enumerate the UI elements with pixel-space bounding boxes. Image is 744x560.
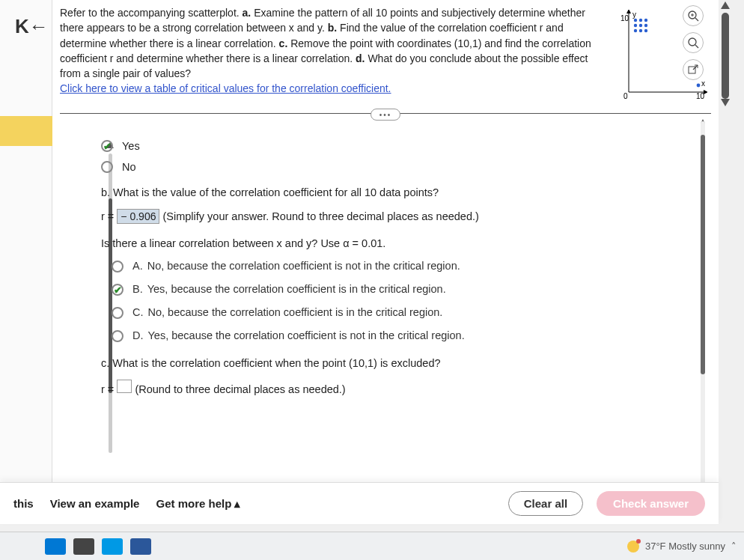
y-max-label: 10: [620, 14, 629, 22]
question-prompt: Refer to the accompanying scatterplot. a…: [19, 4, 614, 100]
view-example-link[interactable]: View an example: [50, 497, 140, 511]
popout-icon[interactable]: [683, 59, 704, 80]
radio-yes[interactable]: [101, 140, 113, 152]
linear-correlation-question: Is there a linear correlation between x …: [101, 237, 674, 249]
outer-scrollbar[interactable]: [721, 1, 730, 518]
check-answer-button[interactable]: Check answer: [597, 491, 705, 516]
svg-point-7: [634, 24, 637, 27]
app-icon-2[interactable]: [73, 538, 94, 555]
svg-point-11: [639, 29, 642, 32]
prompt-prefix: Refer to the accompanying scatterplot.: [60, 7, 243, 19]
opt-a-text: No, because the correlation coefficient …: [147, 260, 460, 272]
x-max-label: 10: [696, 92, 705, 100]
get-more-help-link[interactable]: Get more help ▴: [156, 497, 240, 511]
svg-line-19: [695, 45, 698, 48]
chevron-up-icon[interactable]: ˄: [731, 541, 737, 552]
part-c-label: c.: [279, 37, 288, 49]
part-d-label: d.: [356, 52, 365, 64]
opt-c-text: No, because the correlation coefficient …: [148, 306, 443, 318]
outer-scroll-up-icon[interactable]: [721, 1, 730, 9]
app-icon-1[interactable]: [45, 538, 66, 555]
svg-point-18: [689, 38, 696, 46]
opt-c-label: C.: [132, 306, 144, 318]
radio-opt-a[interactable]: [112, 261, 124, 273]
radio-opt-c[interactable]: [112, 307, 124, 319]
taskbar: 37°F Mostly sunny ˄: [0, 532, 744, 560]
chart-tools: [683, 5, 704, 80]
app-icon-4[interactable]: [130, 538, 151, 555]
r-value-input-c[interactable]: [117, 380, 132, 393]
question-header: Refer to the accompanying scatterplot. a…: [60, 4, 711, 114]
svg-point-4: [634, 19, 637, 22]
highlight-marker: [0, 116, 52, 146]
part-b-question: b. What is the value of the correlation …: [101, 186, 674, 198]
critical-values-link[interactable]: Click here to view a table of critical v…: [60, 82, 391, 94]
svg-point-12: [644, 29, 647, 32]
svg-marker-3: [626, 10, 631, 13]
svg-rect-20: [689, 67, 695, 73]
main-panel: Refer to the accompanying scatterplot. a…: [52, 0, 719, 524]
taskbar-apps: [0, 538, 151, 555]
footer-links: this View an example Get more help ▴: [13, 497, 241, 511]
footer-bar: this View an example Get more help ▴ Cle…: [0, 482, 719, 524]
mc-options: A. No, because the correlation coefficie…: [112, 260, 674, 342]
scrollbar-thumb[interactable]: [701, 135, 705, 374]
r-hint-c: (Round to three decimal places as needed…: [135, 383, 345, 395]
svg-point-5: [639, 19, 642, 22]
opt-d-text: Yes, because the correlation coefficient…: [148, 329, 465, 341]
zoom-icon[interactable]: [683, 32, 704, 53]
question-body: Yes No b. What is the value of the corre…: [60, 114, 711, 524]
svg-point-6: [644, 19, 647, 22]
svg-point-10: [634, 29, 637, 32]
r-input-row-c: r = (Round to three decimal places as ne…: [101, 380, 674, 395]
x-axis-label: x: [701, 79, 705, 88]
svg-point-13: [697, 84, 701, 88]
option-yes: Yes: [122, 140, 140, 152]
weather-text[interactable]: 37°F Mostly sunny: [645, 541, 725, 552]
outer-scroll-down-icon[interactable]: [721, 99, 730, 106]
radio-no[interactable]: [101, 161, 113, 173]
option-no: No: [122, 161, 136, 173]
taskbar-right: 37°F Mostly sunny ˄: [627, 541, 744, 553]
opt-b-text: Yes, because the correlation coefficient…: [147, 283, 446, 295]
weather-icon[interactable]: [627, 541, 639, 553]
svg-line-15: [695, 18, 698, 21]
part-b-label: b.: [328, 22, 337, 34]
svg-point-8: [639, 24, 642, 27]
origin-label: 0: [623, 92, 628, 100]
r-prefix: r =: [101, 210, 117, 222]
part-a-label: a.: [243, 7, 251, 19]
opt-d-label: D.: [132, 329, 144, 341]
outer-scroll-thumb[interactable]: [722, 13, 729, 99]
footer-this-link[interactable]: this: [13, 497, 34, 511]
svg-point-9: [644, 24, 647, 27]
part-c-question: c. What is the correlation coefficient w…: [101, 357, 674, 369]
r-hint: (Simplify your answer. Round to three de…: [163, 210, 479, 222]
r-prefix-c: r =: [101, 383, 117, 395]
zoom-in-icon[interactable]: [683, 5, 704, 26]
opt-a-label: A.: [132, 260, 143, 272]
app-icon-3[interactable]: [102, 538, 123, 555]
opt-b-label: B.: [132, 283, 143, 295]
radio-opt-d[interactable]: [112, 330, 124, 342]
y-axis-label: y: [632, 10, 636, 19]
r-input-row: r = − 0.906 (Simplify your answer. Round…: [101, 209, 674, 224]
clear-all-button[interactable]: Clear all: [508, 491, 583, 516]
radio-opt-b[interactable]: [112, 284, 124, 296]
r-value-input[interactable]: − 0.906: [117, 209, 159, 224]
